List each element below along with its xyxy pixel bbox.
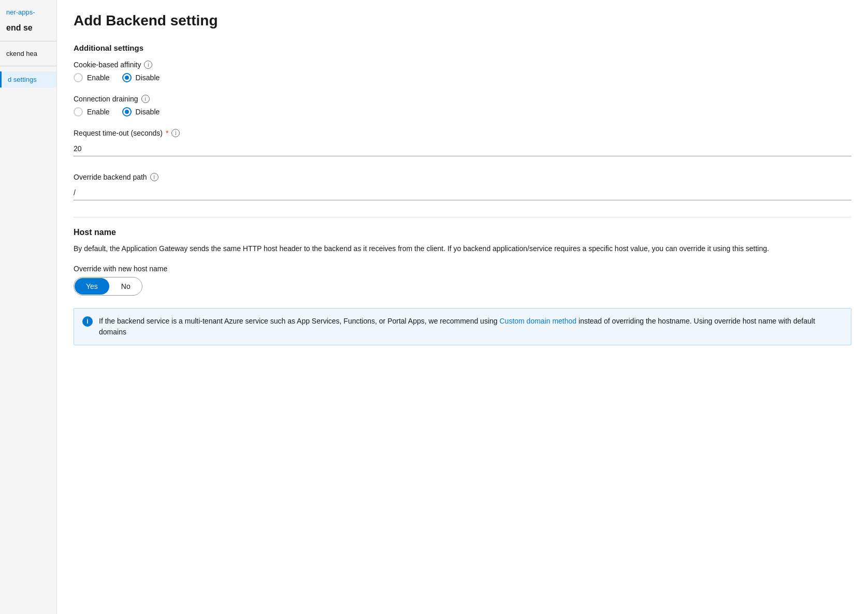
request-timeout-field: Request time-out (seconds) * i [74,129,851,169]
info-banner-text: If the backend service is a multi-tenant… [99,316,843,338]
sidebar: ner-apps- end se ckend hea d settings [0,0,57,614]
cookie-affinity-enable-radio[interactable] [74,73,83,82]
cookie-affinity-field: Cookie-based affinity i Enable Disable [74,61,851,82]
connection-draining-label: Connection draining i [74,95,851,103]
connection-draining-radio-group: Enable Disable [74,107,851,116]
request-timeout-info-icon[interactable]: i [171,129,180,137]
override-backend-path-field: Override backend path i [74,173,851,213]
cookie-affinity-radio-group: Enable Disable [74,73,851,82]
request-timeout-input[interactable] [74,141,851,156]
host-name-description: By default, the Application Gateway send… [74,243,851,254]
toggle-no-button[interactable]: No [110,278,142,295]
connection-draining-field: Connection draining i Enable Disable [74,95,851,116]
custom-domain-method-link[interactable]: Custom domain method [499,317,576,325]
connection-draining-enable-option[interactable]: Enable [74,107,110,116]
connection-draining-enable-radio[interactable] [74,107,83,116]
override-hostname-label: Override with new host name [74,265,851,273]
request-timeout-required-marker: * [166,129,168,137]
host-name-divider [74,217,851,217]
cookie-affinity-enable-option[interactable]: Enable [74,73,110,82]
toggle-yes-button[interactable]: Yes [75,278,109,295]
info-banner: i If the backend service is a multi-tena… [74,308,851,345]
connection-draining-disable-radio[interactable] [122,107,132,116]
connection-draining-enable-label: Enable [87,108,110,116]
sidebar-link-apps[interactable]: ner-apps- [0,4,56,20]
override-hostname-toggle-group: Yes No [74,277,142,296]
cookie-affinity-disable-label: Disable [136,74,160,82]
sidebar-backend-header: ckend hea [0,47,56,61]
connection-draining-disable-option[interactable]: Disable [122,107,160,116]
page-title: Add Backend setting [74,12,851,29]
connection-draining-disable-label: Disable [136,108,160,116]
connection-draining-info-icon[interactable]: i [141,95,150,103]
main-content: Add Backend setting Additional settings … [57,0,868,614]
sidebar-divider-2 [0,66,56,66]
info-banner-icon: i [82,316,93,327]
cookie-affinity-disable-radio[interactable] [122,73,132,82]
host-name-title: Host name [74,228,851,237]
cookie-affinity-label: Cookie-based affinity i [74,61,851,69]
override-backend-path-input[interactable] [74,185,851,200]
cookie-affinity-info-icon[interactable]: i [144,61,152,69]
cookie-affinity-enable-label: Enable [87,74,110,82]
cookie-affinity-disable-option[interactable]: Disable [122,73,160,82]
request-timeout-label: Request time-out (seconds) * i [74,129,851,137]
sidebar-divider-1 [0,41,56,41]
override-backend-path-info-icon[interactable]: i [150,173,158,181]
override-backend-path-label: Override backend path i [74,173,851,181]
sidebar-section-text: end se [0,20,56,36]
sidebar-settings-item[interactable]: d settings [0,71,56,87]
additional-settings-section-title: Additional settings [74,43,851,52]
